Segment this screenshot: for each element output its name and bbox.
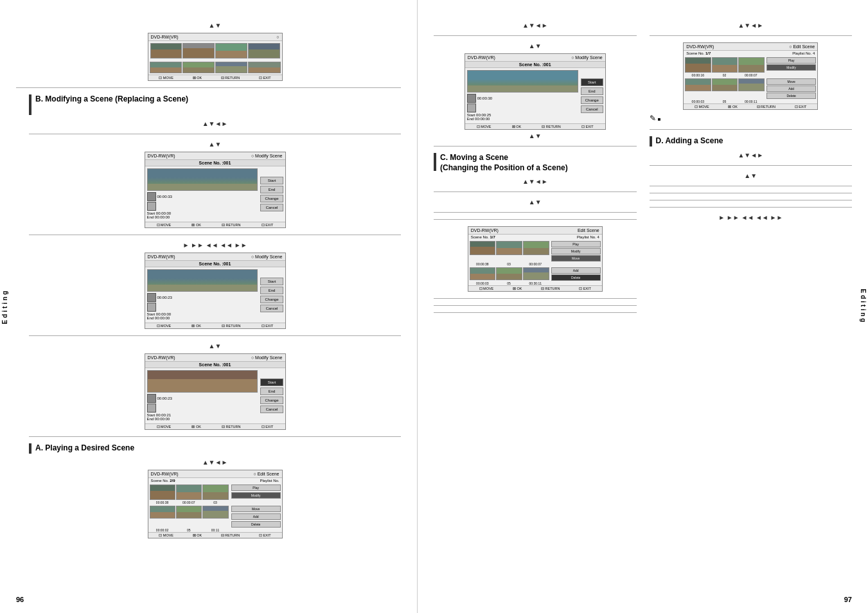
- rms-btn-end[interactable]: End: [581, 87, 603, 95]
- ms2-btn-change[interactable]: Change: [260, 296, 283, 303]
- top-screen-header-right: ○: [276, 35, 279, 39]
- c-btn-move[interactable]: Move: [551, 255, 601, 262]
- ms1-btn-change[interactable]: Change: [260, 195, 283, 202]
- rms-header-left: DVD-RW(VR): [468, 55, 495, 60]
- ms2-exit: ⊡ EXIT: [261, 324, 274, 328]
- c-btn-delete[interactable]: Delete: [551, 274, 601, 281]
- a-ok: ⊠ OK: [193, 533, 202, 537]
- c-t1: [470, 241, 496, 255]
- rms-time1: 00:00:30: [477, 96, 492, 100]
- c-header-right: Edit Scene: [578, 228, 599, 233]
- thumb8: [248, 62, 280, 73]
- rms-icon2: [467, 103, 476, 112]
- sidebar-label-editing-right: Editing: [860, 289, 867, 324]
- rms-ok: ⊠ OK: [512, 125, 521, 129]
- c-t5: [496, 267, 522, 280]
- rms-header-right: ○ Modify Scene: [571, 55, 603, 60]
- ms3-header-right: ○ Modify Scene: [251, 355, 283, 360]
- re-btn-delete[interactable]: Delete: [766, 93, 816, 99]
- ms3-btn-end[interactable]: End: [260, 387, 283, 395]
- c-return: ⊟ RETURN: [541, 287, 560, 290]
- ms3-btn-cancel[interactable]: Cancel: [260, 405, 283, 413]
- page-number-left: 96: [16, 596, 24, 603]
- c-t3: [523, 241, 549, 255]
- re-btn-modify[interactable]: Modify: [766, 64, 816, 71]
- re-t2: [712, 57, 738, 73]
- c-btn-modify[interactable]: Modify: [551, 248, 601, 254]
- a-btn-delete[interactable]: Delete: [231, 521, 281, 528]
- ms2-move: ⊡ MOVE: [157, 324, 172, 328]
- ms1-btn-end[interactable]: End: [260, 186, 283, 193]
- rms-btn-cancel[interactable]: Cancel: [581, 105, 603, 113]
- ms1-btn-cancel[interactable]: Cancel: [260, 204, 283, 211]
- right-nav3: ▲▼: [434, 132, 637, 139]
- thumb2: [182, 43, 215, 58]
- rms-btn-start[interactable]: Start: [581, 78, 603, 86]
- a-btn-modify[interactable]: Modify: [231, 492, 281, 499]
- top-screen-header-left: DVD-RW(VR): [151, 35, 179, 39]
- ms1-timeblock: Start 00:00:00 End 00:00:00: [147, 211, 258, 219]
- a-t3-time: 03: [202, 501, 228, 504]
- re-btn-move[interactable]: Move: [766, 78, 816, 85]
- c-t2-time: 03: [496, 262, 522, 266]
- ms3-btn-start[interactable]: Start: [260, 378, 283, 386]
- section-c-title: C. Moving a Scene (Changing the Position…: [440, 153, 568, 173]
- a-btn-move[interactable]: Move: [231, 506, 281, 512]
- thumb6: [182, 62, 215, 73]
- a-t2-time: 00:00:07: [176, 501, 202, 504]
- re-t2-time: 02: [711, 73, 737, 77]
- ms3-icon2: [147, 404, 156, 413]
- section-d-container: D. Adding a Scene ▲▼◄► ▲▼ ► ►► ◄◄ ◄◄ ►►: [650, 136, 853, 221]
- section-c-bar: [434, 153, 436, 171]
- ms2-icon1: [147, 293, 156, 302]
- section-b-bar: [29, 94, 31, 115]
- a-btn-play[interactable]: Play: [231, 484, 281, 491]
- a-t5-time: 05: [176, 528, 202, 532]
- section-c-header: C. Moving a Scene (Changing the Position…: [434, 153, 637, 173]
- re-btn-add[interactable]: Add: [766, 85, 816, 92]
- rms-preview: [467, 70, 578, 93]
- re-t5: [712, 78, 738, 91]
- re-t5-time: 05: [711, 100, 737, 103]
- modify-screen-2: DVD-RW(VR) ○ Modify Scene Scene No. :001…: [145, 253, 286, 329]
- a-btn-add[interactable]: Add: [231, 513, 281, 520]
- section-a-container: A. Playing a Desired Scene ▲▼◄► DVD-RW(V…: [29, 443, 401, 538]
- rms-btn-change[interactable]: Change: [581, 96, 603, 104]
- ms3-return: ⊟ RETURN: [222, 425, 240, 429]
- a-header-left: DVD-RW(VR): [151, 472, 179, 476]
- re-t3: [738, 57, 765, 73]
- ms1-move: ⊡ MOVE: [157, 223, 172, 227]
- right-top-area: ▲▼◄► ▲▼ DVD-RW(VR) ○ Modify Scene Scene …: [434, 19, 852, 319]
- re-btn-play[interactable]: Play: [766, 57, 816, 64]
- ms2-btn-end[interactable]: End: [260, 287, 283, 294]
- a-move: ⊡ MOVE: [159, 533, 173, 537]
- ms1-btn-start[interactable]: Start: [260, 177, 283, 184]
- pencil-note: ✎ ■: [650, 114, 853, 123]
- ms2-btn-start[interactable]: Start: [260, 278, 283, 285]
- section-b-nav1: ▲▼◄►: [29, 120, 401, 127]
- top-screen-ok: ⊠ OK: [193, 76, 202, 80]
- right-nav-top: ▲▼◄►: [434, 22, 637, 29]
- re-t1-time: 00:00:16: [685, 73, 711, 77]
- section-b-nav3: ► ►► ◄◄ ◄◄ ►►: [29, 242, 401, 249]
- page-container: Editing ▲▼ DVD-RW(VR) ○: [0, 0, 868, 613]
- re-ok: ⊠ OK: [728, 105, 737, 109]
- section-b-nav2: ▲▼: [29, 141, 401, 148]
- page-number-right: 97: [844, 596, 852, 603]
- ms1-sceneno: Scene No. :001: [145, 160, 285, 166]
- c-btn-add[interactable]: Add: [551, 267, 601, 274]
- page-right: Editing ▲▼◄► ▲▼ DVD-RW(VR) ○ Modify Scen…: [418, 0, 868, 613]
- a-scene-no: Scene No. 2/9: [151, 479, 175, 483]
- ms1-icon1: [147, 192, 156, 201]
- ms2-preview: [147, 269, 258, 292]
- ms2-ok: ⊠ OK: [191, 324, 200, 328]
- c-t4: [470, 267, 496, 280]
- ms2-btn-cancel[interactable]: Cancel: [260, 305, 283, 312]
- section-d-bar: [650, 136, 652, 147]
- ms3-btn-change[interactable]: Change: [260, 396, 283, 404]
- c-btn-play[interactable]: Play: [551, 241, 601, 247]
- right-right-nav1: ▲▼◄►: [650, 22, 853, 29]
- rms-icon1: [467, 94, 476, 103]
- c-move: ⊡ MOVE: [479, 287, 494, 290]
- right-nav2: ▲▼: [434, 42, 637, 49]
